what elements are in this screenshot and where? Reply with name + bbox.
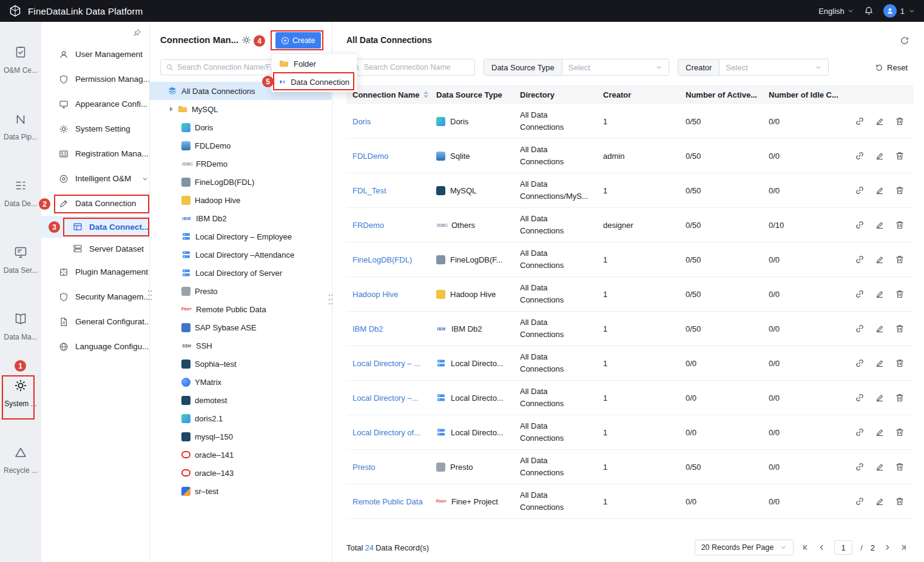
create-button[interactable]: Create <box>275 32 321 49</box>
tree-item-local-directory-employee[interactable]: Local Directory – Employee <box>150 227 331 246</box>
tree-item-local-directory-of-server[interactable]: Local Directory of Server <box>150 264 331 282</box>
tree-item-doris21[interactable]: doris2.1 <box>150 409 331 427</box>
tree-item-ssh[interactable]: SSHSSH <box>150 336 331 355</box>
rail-item-data-service[interactable]: Data Ser... <box>0 246 41 275</box>
edit-icon[interactable] <box>875 151 885 161</box>
notification-bell-icon[interactable] <box>864 6 874 16</box>
panel-resize-handle[interactable] <box>328 293 333 306</box>
language-selector[interactable]: English <box>818 7 854 16</box>
menu-item-registration-management[interactable]: Registration Mana... <box>41 141 149 166</box>
link-icon[interactable] <box>855 186 865 195</box>
delete-icon[interactable] <box>895 358 905 368</box>
connection-link[interactable]: Hadoop Hive <box>352 290 398 299</box>
tree-item-finelogdb[interactable]: FineLogDB(FDL) <box>150 173 331 191</box>
edit-icon[interactable] <box>875 462 885 472</box>
column-header-connection-name[interactable]: Connection Name <box>346 90 430 99</box>
tree-item-demotest[interactable]: demotest <box>150 391 331 409</box>
link-icon[interactable] <box>855 116 865 126</box>
expand-arrow-icon[interactable] <box>170 107 173 112</box>
delete-icon[interactable] <box>895 220 905 230</box>
edit-icon[interactable] <box>875 186 885 195</box>
tree-item-fdldemo[interactable]: FDLDemo <box>150 136 331 155</box>
rail-item-data-pipeline[interactable]: Data Pip... <box>0 112 41 141</box>
link-icon[interactable] <box>855 220 865 230</box>
edit-icon[interactable] <box>875 393 885 403</box>
table-search-input[interactable] <box>364 63 469 72</box>
menu-item-permission-management[interactable]: Permission Manag... <box>41 67 149 92</box>
connection-link[interactable]: FineLogDB(FDL) <box>352 255 412 264</box>
connection-link[interactable]: Presto <box>352 463 376 472</box>
user-menu[interactable]: 1 <box>883 4 916 18</box>
tree-item-oracle-143[interactable]: oracle–143 <box>150 464 331 482</box>
delete-icon[interactable] <box>895 289 905 299</box>
link-icon[interactable] <box>855 427 865 437</box>
edit-icon[interactable] <box>875 427 885 437</box>
tree-item-sophia-test[interactable]: Sophia–test <box>150 355 331 373</box>
menu-item-data-connection[interactable]: Data Connection <box>41 191 149 216</box>
link-icon[interactable] <box>855 462 865 472</box>
connection-link[interactable]: FDL_Test <box>352 186 386 195</box>
dropdown-item-folder[interactable]: Folder <box>272 55 357 73</box>
tree-item-hadoop-hive[interactable]: Hadoop Hive <box>150 191 331 209</box>
delete-icon[interactable] <box>895 497 905 506</box>
tree-item-presto[interactable]: Presto <box>150 282 331 300</box>
edit-icon[interactable] <box>875 255 885 264</box>
link-icon[interactable] <box>855 358 865 368</box>
rail-item-om-center[interactable]: O&M Ce... <box>0 45 41 75</box>
edit-icon[interactable] <box>875 358 885 368</box>
tree-item-sr-test[interactable]: sr–test <box>150 482 331 500</box>
rail-item-data-management[interactable]: Data Ma... <box>0 312 41 341</box>
delete-icon[interactable] <box>895 427 905 437</box>
refresh-icon[interactable] <box>900 36 909 45</box>
sort-icon[interactable] <box>423 91 428 98</box>
prev-page-button[interactable] <box>818 543 826 552</box>
next-page-button[interactable] <box>883 543 891 552</box>
edit-icon[interactable] <box>875 220 885 230</box>
connection-link[interactable]: Local Directory – ... <box>352 359 420 368</box>
edit-icon[interactable] <box>875 324 885 333</box>
tree-item-oracle-141[interactable]: oracle–141 <box>150 446 331 464</box>
panel-resize-handle[interactable] <box>147 289 152 301</box>
connection-link[interactable]: IBM Db2 <box>352 324 383 333</box>
tree-item-ibm-db2[interactable]: IBMIBM Db2 <box>150 209 331 227</box>
menu-item-general-configuration[interactable]: General Configurat... <box>41 309 149 334</box>
delete-icon[interactable] <box>895 393 905 403</box>
delete-icon[interactable] <box>895 186 905 195</box>
rail-item-recycle-bin[interactable]: Recycle ... <box>0 446 41 475</box>
tree-item-doris[interactable]: Doris <box>150 118 331 136</box>
first-page-button[interactable] <box>801 543 810 552</box>
menu-item-data-connection-sub[interactable]: Data Connect... <box>41 216 149 238</box>
delete-icon[interactable] <box>895 116 905 126</box>
connection-link[interactable]: Doris <box>352 117 371 126</box>
gear-icon[interactable] <box>241 35 251 45</box>
link-icon[interactable] <box>855 393 865 403</box>
delete-icon[interactable] <box>895 255 905 264</box>
menu-item-server-dataset[interactable]: Server Dataset <box>41 238 149 259</box>
delete-icon[interactable] <box>895 151 905 161</box>
menu-item-system-setting[interactable]: System Setting <box>41 116 149 141</box>
connection-link[interactable]: FDLDemo <box>352 152 388 161</box>
link-icon[interactable] <box>855 289 865 299</box>
edit-icon[interactable] <box>875 497 885 506</box>
link-icon[interactable] <box>855 255 865 264</box>
tree-item-frdemo[interactable]: JDBCFRDemo <box>150 155 331 173</box>
menu-item-user-management[interactable]: User Management <box>41 42 149 67</box>
page-input[interactable] <box>834 540 852 555</box>
pin-icon[interactable] <box>133 28 141 37</box>
delete-icon[interactable] <box>895 462 905 472</box>
dropdown-item-data-connection[interactable]: Data Connection <box>272 73 357 91</box>
edit-icon[interactable] <box>875 289 885 299</box>
connection-link[interactable]: Remote Public Data <box>352 497 423 506</box>
menu-item-security-management[interactable]: Security Managem... <box>41 284 149 309</box>
tree-item-local-directory-attendance[interactable]: Local Directory –Attendance <box>150 246 331 264</box>
data-source-type-select[interactable]: Select <box>562 59 669 75</box>
menu-item-appearance-configuration[interactable]: Appearance Confi... <box>41 92 149 116</box>
menu-item-language-configuration[interactable]: Language Configu... <box>41 334 149 359</box>
records-per-page-select[interactable]: 20 Records Per Page <box>695 540 794 555</box>
link-icon[interactable] <box>855 151 865 161</box>
link-icon[interactable] <box>855 324 865 333</box>
tree-item-ymatrix[interactable]: YMatrix <box>150 373 331 391</box>
tree-item-remote-public-data[interactable]: Fine+Remote Public Data <box>150 300 331 318</box>
last-page-button[interactable] <box>899 543 908 552</box>
app-logo-icon[interactable] <box>8 4 22 18</box>
